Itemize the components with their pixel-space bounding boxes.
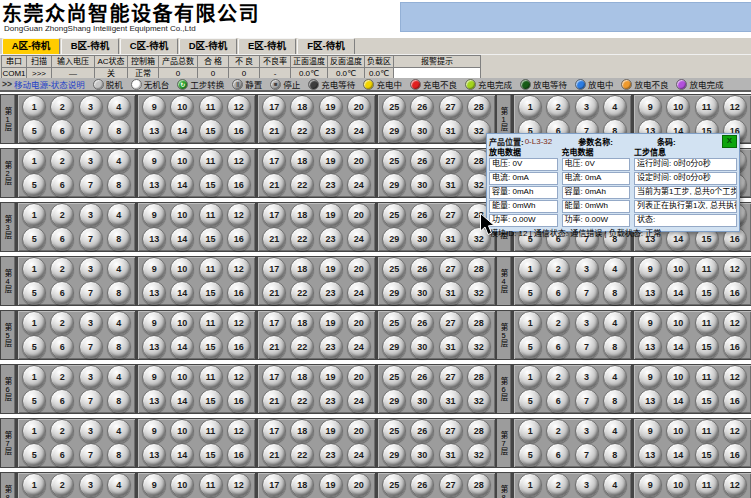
battery-slot[interactable]: 7 <box>79 335 103 359</box>
battery-slot[interactable]: 12 <box>723 473 747 497</box>
battery-slot[interactable]: 1 <box>518 311 542 335</box>
battery-slot[interactable]: 27 <box>439 95 463 119</box>
battery-slot[interactable]: 19 <box>319 203 343 227</box>
battery-slot[interactable]: 3 <box>79 95 103 119</box>
battery-slot[interactable]: 13 <box>142 443 166 467</box>
battery-slot[interactable]: 2 <box>50 419 74 443</box>
battery-slot[interactable]: 5 <box>22 281 46 305</box>
battery-slot[interactable]: 12 <box>227 365 251 389</box>
battery-slot[interactable]: 23 <box>319 335 343 359</box>
battery-slot[interactable]: 30 <box>410 389 434 413</box>
tab-zone-a[interactable]: A区-待机 <box>2 38 60 54</box>
battery-slot[interactable]: 5 <box>22 443 46 467</box>
battery-slot[interactable]: 18 <box>290 95 314 119</box>
battery-slot[interactable]: 29 <box>382 173 406 197</box>
battery-slot[interactable]: 17 <box>262 95 286 119</box>
battery-slot[interactable]: 25 <box>382 257 406 281</box>
battery-slot[interactable]: 11 <box>695 473 719 497</box>
battery-slot[interactable]: 13 <box>638 281 662 305</box>
battery-slot[interactable]: 7 <box>575 281 599 305</box>
battery-slot[interactable]: 16 <box>723 389 747 413</box>
battery-slot[interactable]: 10 <box>170 311 194 335</box>
battery-slot[interactable]: 26 <box>410 311 434 335</box>
battery-slot[interactable]: 20 <box>347 203 371 227</box>
battery-slot[interactable]: 31 <box>439 173 463 197</box>
battery-slot[interactable]: 2 <box>546 257 570 281</box>
battery-slot[interactable]: 3 <box>79 473 103 497</box>
battery-slot[interactable]: 2 <box>546 95 570 119</box>
battery-slot[interactable]: 27 <box>439 473 463 497</box>
battery-slot[interactable]: 8 <box>107 227 131 251</box>
battery-slot[interactable]: 8 <box>603 443 627 467</box>
battery-slot[interactable]: 23 <box>319 443 343 467</box>
battery-slot[interactable]: 19 <box>319 419 343 443</box>
battery-slot[interactable]: 6 <box>50 443 74 467</box>
battery-slot[interactable]: 10 <box>170 149 194 173</box>
battery-slot[interactable]: 5 <box>22 173 46 197</box>
battery-slot[interactable]: 8 <box>603 389 627 413</box>
battery-slot[interactable]: 10 <box>666 311 690 335</box>
battery-slot[interactable]: 19 <box>319 95 343 119</box>
battery-slot[interactable]: 26 <box>410 473 434 497</box>
battery-slot[interactable]: 12 <box>227 473 251 497</box>
battery-slot[interactable]: 2 <box>50 473 74 497</box>
battery-slot[interactable]: 4 <box>107 203 131 227</box>
battery-slot[interactable]: 18 <box>290 473 314 497</box>
battery-slot[interactable]: 24 <box>347 173 371 197</box>
battery-slot[interactable]: 26 <box>410 95 434 119</box>
battery-slot[interactable]: 20 <box>347 149 371 173</box>
battery-slot[interactable]: 16 <box>227 443 251 467</box>
battery-slot[interactable]: 22 <box>290 173 314 197</box>
battery-slot[interactable]: 17 <box>262 203 286 227</box>
battery-slot[interactable]: 19 <box>319 257 343 281</box>
battery-slot[interactable]: 1 <box>22 311 46 335</box>
battery-slot[interactable]: 5 <box>518 281 542 305</box>
battery-slot[interactable]: 29 <box>382 335 406 359</box>
battery-slot[interactable]: 27 <box>439 311 463 335</box>
battery-slot[interactable]: 27 <box>439 203 463 227</box>
battery-slot[interactable]: 2 <box>546 365 570 389</box>
battery-slot[interactable]: 30 <box>410 173 434 197</box>
battery-slot[interactable]: 14 <box>170 443 194 467</box>
battery-slot[interactable]: 1 <box>22 473 46 497</box>
battery-slot[interactable]: 9 <box>638 365 662 389</box>
battery-slot[interactable]: 13 <box>142 389 166 413</box>
battery-slot[interactable]: 12 <box>723 365 747 389</box>
battery-slot[interactable]: 13 <box>142 227 166 251</box>
battery-slot[interactable]: 4 <box>107 149 131 173</box>
battery-slot[interactable]: 2 <box>50 365 74 389</box>
battery-slot[interactable]: 11 <box>199 203 223 227</box>
battery-slot[interactable]: 18 <box>290 365 314 389</box>
battery-slot[interactable]: 11 <box>695 257 719 281</box>
battery-slot[interactable]: 4 <box>603 311 627 335</box>
battery-slot[interactable]: 2 <box>50 149 74 173</box>
battery-slot[interactable]: 21 <box>262 335 286 359</box>
battery-slot[interactable]: 11 <box>695 311 719 335</box>
battery-slot[interactable]: 29 <box>382 389 406 413</box>
battery-slot[interactable]: 28 <box>467 419 491 443</box>
battery-slot[interactable]: 32 <box>467 335 491 359</box>
battery-slot[interactable]: 6 <box>546 389 570 413</box>
battery-slot[interactable]: 13 <box>638 335 662 359</box>
battery-slot[interactable]: 5 <box>518 389 542 413</box>
battery-slot[interactable]: 20 <box>347 311 371 335</box>
battery-slot[interactable]: 2 <box>50 95 74 119</box>
battery-slot[interactable]: 8 <box>603 335 627 359</box>
battery-slot[interactable]: 17 <box>262 365 286 389</box>
battery-slot[interactable]: 20 <box>347 365 371 389</box>
battery-slot[interactable]: 2 <box>546 419 570 443</box>
battery-slot[interactable]: 21 <box>262 227 286 251</box>
battery-slot[interactable]: 5 <box>518 335 542 359</box>
battery-slot[interactable]: 12 <box>227 419 251 443</box>
battery-slot[interactable]: 20 <box>347 257 371 281</box>
battery-slot[interactable]: 10 <box>170 257 194 281</box>
battery-slot[interactable]: 10 <box>170 95 194 119</box>
battery-slot[interactable]: 31 <box>439 119 463 143</box>
battery-slot[interactable]: 23 <box>319 227 343 251</box>
tab-zone-b[interactable]: B区-待机 <box>61 38 119 54</box>
battery-slot[interactable]: 11 <box>695 365 719 389</box>
battery-slot[interactable]: 8 <box>107 173 131 197</box>
battery-slot[interactable]: 1 <box>22 257 46 281</box>
battery-slot[interactable]: 11 <box>199 365 223 389</box>
battery-slot[interactable]: 28 <box>467 95 491 119</box>
